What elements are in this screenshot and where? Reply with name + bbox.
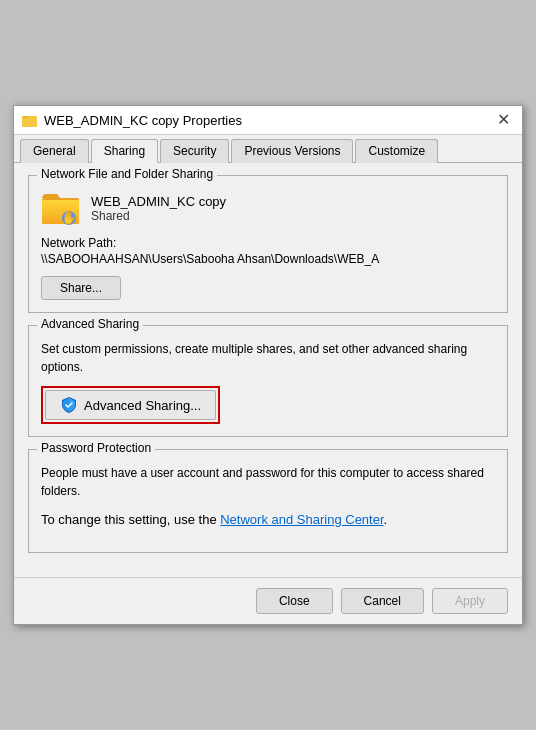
footer: Close Cancel Apply [14, 577, 522, 624]
main-content: Network File and Folder Sharing [14, 163, 522, 577]
network-path-label: Network Path: [41, 236, 495, 250]
tab-security[interactable]: Security [160, 139, 229, 163]
network-sharing-center-link[interactable]: Network and Sharing Center [220, 512, 383, 527]
svg-text:✋: ✋ [61, 209, 78, 226]
network-sharing-label: Network File and Folder Sharing [37, 167, 217, 181]
tab-customize[interactable]: Customize [355, 139, 438, 163]
password-protection-section: Password Protection People must have a u… [28, 449, 508, 553]
password-link-text: To change this setting, use the Network … [41, 510, 495, 530]
folder-status: Shared [91, 209, 226, 223]
cancel-button[interactable]: Cancel [341, 588, 424, 614]
password-description: People must have a user account and pass… [41, 464, 495, 500]
tab-general[interactable]: General [20, 139, 89, 163]
link-suffix: . [384, 512, 388, 527]
title-folder-icon [22, 112, 38, 128]
advanced-sharing-button-label: Advanced Sharing... [84, 398, 201, 413]
folder-icon: ✋ [41, 190, 81, 226]
tab-bar: General Sharing Security Previous Versio… [14, 135, 522, 163]
advanced-sharing-label: Advanced Sharing [37, 317, 143, 331]
close-dialog-button[interactable]: Close [256, 588, 333, 614]
folder-row: ✋ WEB_ADMIN_KC copy Shared [41, 190, 495, 226]
network-path-value: \\SABOOHAAHSAN\Users\Sabooha Ahsan\Downl… [41, 252, 495, 266]
svg-rect-2 [22, 118, 37, 127]
window-title: WEB_ADMIN_KC copy Properties [44, 113, 242, 128]
title-bar-left: WEB_ADMIN_KC copy Properties [22, 112, 242, 128]
tab-sharing[interactable]: Sharing [91, 139, 158, 163]
advanced-sharing-section: Advanced Sharing Set custom permissions,… [28, 325, 508, 437]
apply-button[interactable]: Apply [432, 588, 508, 614]
network-sharing-section: Network File and Folder Sharing [28, 175, 508, 313]
folder-info: WEB_ADMIN_KC copy Shared [91, 194, 226, 223]
share-button[interactable]: Share... [41, 276, 121, 300]
properties-dialog: WEB_ADMIN_KC copy Properties ✕ General S… [13, 105, 523, 625]
title-bar: WEB_ADMIN_KC copy Properties ✕ [14, 106, 522, 135]
link-prefix: To change this setting, use the [41, 512, 220, 527]
folder-name: WEB_ADMIN_KC copy [91, 194, 226, 209]
password-protection-label: Password Protection [37, 441, 155, 455]
advanced-sharing-description: Set custom permissions, create multiple … [41, 340, 495, 376]
tab-previous-versions[interactable]: Previous Versions [231, 139, 353, 163]
shield-icon [60, 396, 78, 414]
close-button[interactable]: ✕ [493, 112, 514, 128]
advanced-sharing-button[interactable]: Advanced Sharing... [45, 390, 216, 420]
advanced-sharing-button-wrapper: Advanced Sharing... [41, 386, 220, 424]
